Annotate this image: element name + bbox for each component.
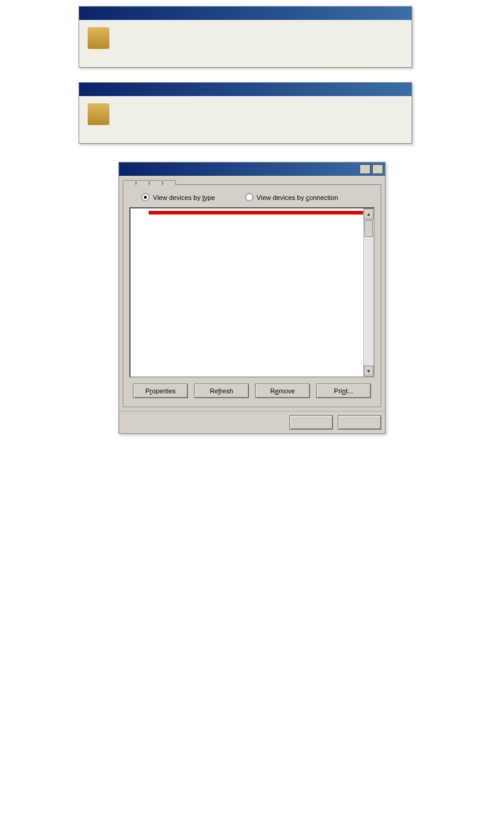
dialog-title-2 xyxy=(79,83,412,96)
hardware-icon xyxy=(88,27,109,49)
dialog-body-2 xyxy=(79,96,412,143)
radio-by-connection-label: View devices by connection xyxy=(257,194,338,201)
tab-general[interactable] xyxy=(123,180,136,185)
hwfound-dialog-1 xyxy=(79,6,412,68)
tab-panel: View devices by type View devices by con… xyxy=(123,184,381,407)
print-button[interactable]: Print... xyxy=(316,384,371,398)
properties-button[interactable]: Properties xyxy=(133,384,188,398)
help-button[interactable] xyxy=(360,164,370,174)
radio-icon xyxy=(245,193,253,201)
dialog-title-1 xyxy=(79,7,412,20)
hardware-icon xyxy=(88,103,109,125)
radio-by-connection[interactable]: View devices by connection xyxy=(245,193,338,201)
hwfound-dialog-2 xyxy=(79,82,412,144)
cancel-button[interactable] xyxy=(338,415,381,430)
scrollbar[interactable]: ▲ ▼ xyxy=(363,208,373,376)
radio-by-type-label: View devices by type xyxy=(153,194,215,201)
scroll-up-icon[interactable]: ▲ xyxy=(364,208,373,219)
system-properties-dialog: View devices by type View devices by con… xyxy=(118,162,386,434)
close-button[interactable] xyxy=(372,164,383,174)
tabs xyxy=(119,176,385,184)
device-tree[interactable]: ▲ ▼ xyxy=(129,207,375,378)
tab-performance[interactable] xyxy=(163,180,176,185)
scroll-thumb[interactable] xyxy=(364,220,373,237)
dialog-body-1 xyxy=(79,20,412,67)
remove-button[interactable]: Remove xyxy=(255,384,310,398)
radio-icon xyxy=(141,193,149,201)
page: View devices by type View devices by con… xyxy=(0,0,504,832)
ok-button[interactable] xyxy=(289,415,333,430)
scroll-down-icon[interactable]: ▼ xyxy=(364,366,373,376)
highlight-box xyxy=(149,211,367,214)
tab-hardware-profiles[interactable] xyxy=(149,180,163,185)
sysprops-titlebar xyxy=(119,163,385,176)
tab-device-manager[interactable] xyxy=(136,180,149,185)
refresh-button[interactable]: Refresh xyxy=(194,384,249,398)
radio-by-type[interactable]: View devices by type xyxy=(141,193,215,201)
